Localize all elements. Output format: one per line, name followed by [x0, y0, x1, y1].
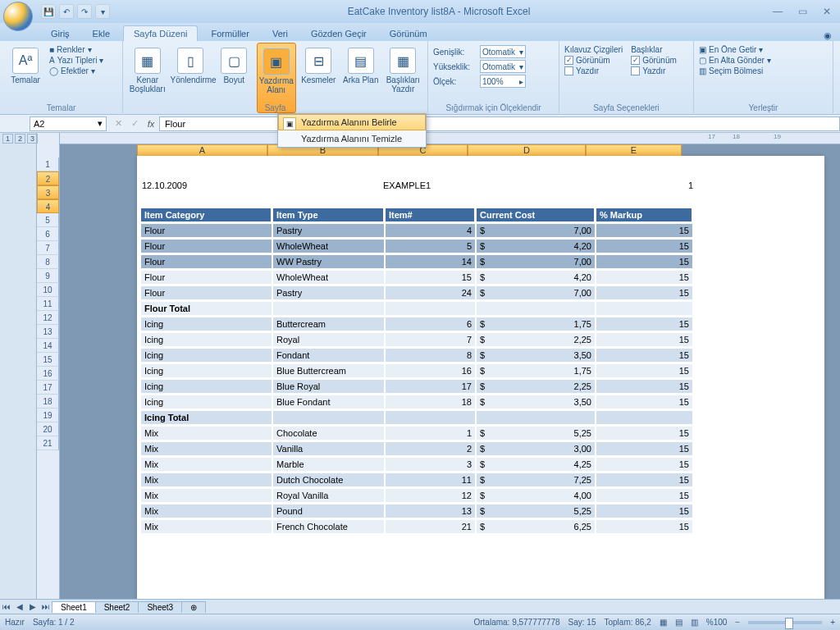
table-row[interactable]: FlourPastry4$7,0015 — [141, 224, 692, 238]
table-row[interactable]: MixFrench Chocolate21$6,2515 — [141, 520, 692, 534]
tab-giris[interactable]: Giriş — [41, 26, 80, 41]
table-row[interactable]: MixChocolate1$5,2515 — [141, 427, 692, 441]
table-row[interactable]: FlourWW Pastry14$7,0015 — [141, 255, 692, 269]
row-header[interactable]: 11 — [37, 297, 59, 311]
row-header[interactable]: 6 — [37, 227, 59, 241]
row-header[interactable]: 20 — [37, 422, 59, 436]
tab-gorunum[interactable]: Görünüm — [380, 26, 437, 41]
row-header[interactable]: 12 — [37, 311, 59, 325]
row-header[interactable]: 14 — [37, 339, 59, 353]
row-header[interactable]: 4 — [37, 199, 59, 213]
row-header[interactable]: 13 — [37, 325, 59, 339]
row-header[interactable]: 10 — [37, 283, 59, 297]
data-table[interactable]: Item CategoryItem TypeItem#Current Cost%… — [139, 207, 694, 536]
table-row[interactable]: MixMarble3$4,2515 — [141, 458, 692, 472]
table-row[interactable]: Mix Dutch Chocolate11$7,2515 — [141, 473, 692, 487]
close-button[interactable]: ✕ — [817, 6, 837, 17]
row-headers: 123456789101112131415161718192021 — [37, 133, 60, 599]
row-header[interactable]: 9 — [37, 269, 59, 283]
row-header[interactable]: 5 — [37, 213, 59, 227]
scale-combo[interactable]: 100%▸ — [480, 75, 526, 88]
selection-pane-button[interactable]: ▥ Seçim Bölmesi — [699, 66, 828, 76]
page-preview: 12.10.2009 EXAMPLE1 1 Item CategoryItem … — [137, 156, 824, 599]
fonts-button[interactable]: A Yazı Tipleri ▾ — [49, 55, 103, 66]
table-row[interactable]: MixPound13$5,2515 — [141, 504, 692, 518]
tab-formuller[interactable]: Formüller — [201, 26, 258, 41]
row-header[interactable]: 2 — [37, 171, 59, 185]
height-combo[interactable]: Otomatik▾ — [480, 60, 526, 73]
new-sheet-button[interactable]: ⊕ — [181, 601, 206, 613]
qat-customize-icon[interactable]: ▾ — [95, 4, 110, 19]
table-row[interactable]: IcingFondant8$3,5015 — [141, 349, 692, 363]
set-print-area-icon: ▣ — [283, 117, 296, 130]
sheet-tab-3[interactable]: Sheet3 — [138, 601, 182, 613]
bring-front-button[interactable]: ▣ En Öne Getir ▾ — [699, 44, 828, 55]
view-normal-icon[interactable]: ▦ — [660, 618, 667, 627]
headings-print-check[interactable]: Yazdır — [631, 66, 677, 76]
ribbon-tabs: Giriş Ekle Sayfa Düzeni Formüller Veri G… — [0, 23, 840, 41]
background-icon: ▤ — [348, 48, 374, 74]
zoom-level[interactable]: %100 — [706, 618, 728, 627]
effects-button[interactable]: ◯ Efektler ▾ — [49, 66, 103, 76]
table-row[interactable]: IcingBlue Fondant18$3,5015 — [141, 395, 692, 409]
cancel-icon[interactable]: ✕ — [115, 118, 122, 129]
minimize-button[interactable]: — — [768, 6, 788, 17]
tab-gozden-gecir[interactable]: Gözden Geçir — [301, 26, 377, 41]
row-header[interactable]: 21 — [37, 436, 59, 450]
next-sheet-button[interactable]: ▶ — [26, 602, 39, 611]
zoom-in-button[interactable]: + — [830, 618, 835, 627]
status-ready: Hazır — [5, 618, 25, 627]
name-box[interactable]: A2▾ — [30, 116, 107, 131]
view-layout-icon[interactable]: ▤ — [675, 618, 682, 627]
table-row[interactable]: IcingRoyal7$2,2515 — [141, 333, 692, 347]
row-header[interactable]: 8 — [37, 255, 59, 269]
row-header[interactable]: 17 — [37, 381, 59, 395]
send-back-button[interactable]: ▢ En Alta Gönder ▾ — [699, 55, 828, 66]
row-header[interactable]: 3 — [37, 185, 59, 199]
save-icon[interactable]: 💾 — [41, 4, 56, 19]
table-row[interactable]: FlourPastry24$7,0015 — [141, 286, 692, 300]
zoom-slider[interactable] — [748, 621, 822, 624]
table-row[interactable]: Flour Total — [141, 302, 692, 316]
table-row[interactable]: FlourWholeWheat5$4,2015 — [141, 240, 692, 253]
sheet-tab-1[interactable]: Sheet1 — [52, 601, 96, 613]
office-button[interactable] — [3, 2, 33, 31]
table-row[interactable]: IcingButtercream6$1,7515 — [141, 317, 692, 331]
width-combo[interactable]: Otomatik▾ — [480, 45, 526, 58]
row-header[interactable]: 1 — [37, 158, 59, 171]
set-print-area-item[interactable]: ▣Yazdırma Alanını Belirle — [278, 114, 426, 130]
row-header[interactable]: 7 — [37, 241, 59, 255]
enter-icon[interactable]: ✓ — [131, 118, 139, 129]
prev-sheet-button[interactable]: ◀ — [13, 602, 26, 611]
table-row[interactable]: IcingBlue Buttercream16$1,7515 — [141, 364, 692, 378]
row-header[interactable]: 19 — [37, 409, 59, 422]
view-pagebreak-icon[interactable]: ▥ — [691, 618, 698, 627]
table-row[interactable]: IcingBlue Royal17$2,2515 — [141, 380, 692, 394]
help-icon[interactable]: ◉ — [815, 30, 840, 41]
formula-input[interactable]: Flour — [159, 116, 840, 131]
undo-icon[interactable]: ↶ — [59, 4, 74, 19]
colors-button[interactable]: ■ Renkler ▾ — [49, 44, 103, 55]
gridlines-view-check[interactable]: ✓ Görünüm — [564, 55, 623, 66]
restore-button[interactable]: ▭ — [792, 6, 812, 17]
table-row[interactable]: MixVanilla2$3,0015 — [141, 442, 692, 456]
outline-pane[interactable]: 123 — [0, 133, 37, 599]
sheet-tab-2[interactable]: Sheet2 — [95, 601, 139, 613]
row-header[interactable]: 18 — [37, 395, 59, 409]
row-header[interactable]: 16 — [37, 367, 59, 381]
last-sheet-button[interactable]: ⏭ — [39, 602, 52, 611]
tab-ekle[interactable]: Ekle — [83, 26, 120, 41]
redo-icon[interactable]: ↷ — [77, 4, 92, 19]
gridlines-print-check[interactable]: Yazdır — [564, 66, 623, 76]
zoom-out-button[interactable]: − — [735, 618, 740, 627]
fx-icon[interactable]: fx — [143, 119, 159, 129]
tab-veri[interactable]: Veri — [262, 26, 298, 41]
headings-view-check[interactable]: ✓ Görünüm — [631, 55, 677, 66]
clear-print-area-item[interactable]: Yazdırma Alanını Temizle — [278, 130, 426, 147]
table-row[interactable]: MixRoyal Vanilla12$4,0015 — [141, 489, 692, 503]
tab-sayfa-duzeni[interactable]: Sayfa Düzeni — [123, 25, 198, 41]
table-row[interactable]: FlourWholeWheat15$4,2015 — [141, 271, 692, 285]
first-sheet-button[interactable]: ⏮ — [0, 602, 13, 611]
table-row[interactable]: Icing Total — [141, 411, 692, 425]
row-header[interactable]: 15 — [37, 353, 59, 367]
